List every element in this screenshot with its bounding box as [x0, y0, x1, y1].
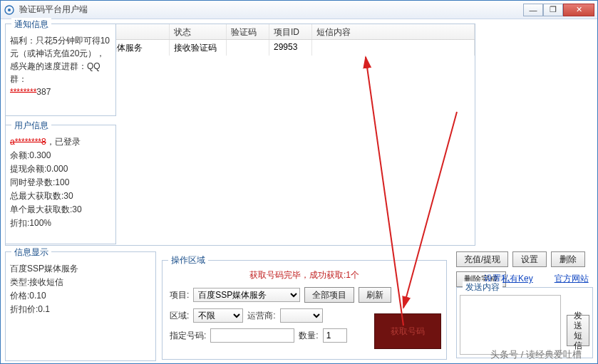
watermark: 头条号 / 读经典爱吐槽	[490, 348, 582, 361]
close-button[interactable]: ✕	[563, 4, 594, 16]
discount-value: 100%	[29, 218, 51, 228]
status-text: 获取号码完毕，成功获取:1个	[163, 269, 446, 281]
withdraw-label: 提现余额:	[10, 164, 46, 174]
cell-code	[227, 40, 269, 56]
notice-masked: ********	[10, 87, 36, 97]
specify-input[interactable]	[210, 328, 294, 343]
infodisp-title: 信息显示	[11, 246, 51, 259]
titlebar: 验证码平台用户端 — ❐ ✕	[1, 1, 597, 19]
cell-projid: 29953	[269, 40, 312, 56]
cell-content	[312, 40, 475, 56]
maxget-value: 30	[63, 191, 73, 201]
region-label: 区域:	[170, 310, 189, 322]
send-sms-button[interactable]: 发送短信	[567, 315, 589, 346]
th-code[interactable]: 验证码	[227, 24, 269, 39]
info-price: 0.10	[29, 291, 46, 301]
discount-label: 折扣:	[10, 218, 29, 228]
delete-button[interactable]: 删除	[551, 251, 585, 267]
balance-value: 0.300	[29, 150, 51, 160]
all-projects-button[interactable]: 全部项目	[304, 287, 354, 303]
info-type-label: 类型:	[10, 277, 29, 287]
info-disc-label: 折扣价:	[10, 304, 38, 314]
maximize-button[interactable]: ❐	[543, 4, 563, 16]
recharge-button[interactable]: 充值/提现	[456, 251, 508, 267]
userinfo-title: 用户信息	[11, 119, 51, 132]
operation-title: 操作区域	[168, 254, 208, 266]
minimize-button[interactable]: —	[523, 4, 543, 16]
svg-point-1	[8, 9, 11, 11]
notice-panel: 通知信息 福利：只花5分钟即可得10元（或神话充值20元），感兴趣的速度进群：Q…	[5, 24, 116, 116]
carrier-label: 运营商:	[247, 310, 275, 322]
send-panel: 发送内容 发送短信	[456, 287, 593, 358]
send-title: 发送内容	[463, 281, 502, 293]
qty-label: 数量:	[299, 330, 318, 342]
info-price-label: 价格:	[10, 291, 29, 301]
operation-panel: 操作区域 获取号码完毕，成功获取:1个 项目: 百度SSP媒体服务 全部项目 刷…	[162, 260, 447, 360]
send-textarea[interactable]	[460, 295, 561, 355]
info-type: 接收短信	[29, 277, 63, 287]
th-content[interactable]: 短信内容	[312, 24, 475, 39]
balance-label: 余额:	[10, 150, 29, 160]
refresh-button[interactable]: 刷新	[359, 287, 391, 303]
project-select[interactable]: 百度SSP媒体服务	[193, 288, 300, 302]
qty-input[interactable]	[323, 328, 347, 343]
info-disc: 0.1	[38, 304, 50, 314]
user-id: a********8	[10, 137, 46, 147]
th-projid[interactable]: 项目ID	[269, 24, 312, 39]
singlemax-value: 30	[72, 204, 81, 214]
info-project: 百度SSP媒体服务	[10, 264, 78, 274]
specify-label: 指定号码:	[170, 330, 206, 342]
withdraw-value: 0.000	[46, 164, 68, 174]
maxget-label: 总最大获取数:	[10, 191, 63, 201]
th-status[interactable]: 状态	[170, 24, 227, 39]
notice-suffix: 387	[36, 87, 51, 97]
notice-text: 福利：只花5分钟即可得10元（或神话充值20元），感兴趣的速度进群：QQ群：	[10, 36, 110, 84]
get-number-button[interactable]: 获取号码	[374, 313, 441, 349]
cell-status: 接收验证码	[170, 40, 227, 56]
settings-button[interactable]: 设置	[512, 251, 547, 267]
window-title: 验证码平台用户端	[19, 4, 523, 16]
concurrent-value: 100	[55, 177, 69, 187]
carrier-select[interactable]	[280, 308, 323, 323]
app-icon	[4, 4, 15, 16]
official-site-link[interactable]: 官方网站	[555, 273, 589, 285]
project-label: 项目:	[170, 289, 189, 301]
singlemax-label: 单个最大获取数:	[10, 204, 72, 214]
concurrent-label: 同时登录数:	[10, 177, 55, 187]
user-login: ，已登录	[46, 137, 81, 147]
userinfo-panel: 用户信息 a********8，已登录 余额:0.300 提现余额:0.000 …	[5, 125, 116, 244]
region-select[interactable]: 不限	[193, 308, 243, 323]
notice-title: 通知信息	[11, 18, 51, 31]
infodisp-panel: 信息显示 百度SSP媒体服务 类型:接收短信 价格:0.10 折扣价:0.1	[5, 251, 156, 361]
